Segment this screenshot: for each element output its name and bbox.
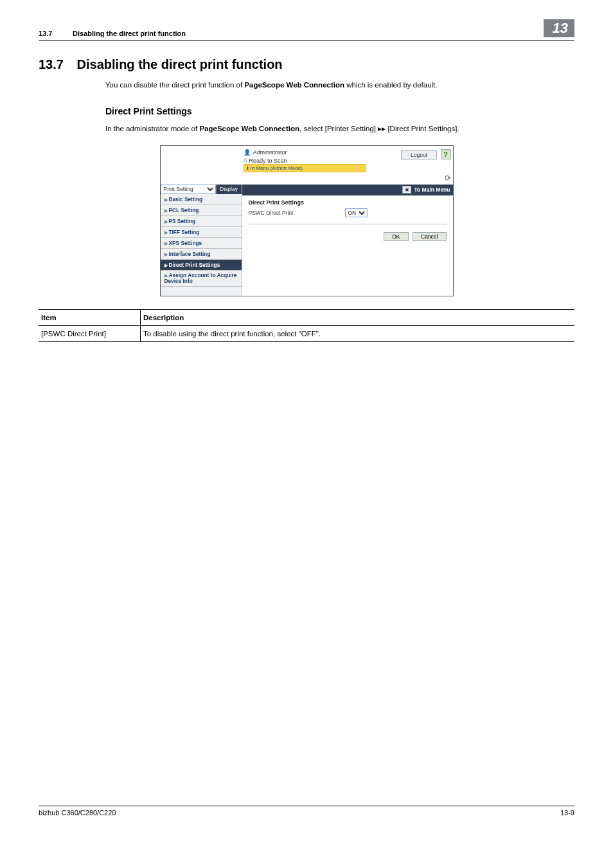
cancel-button[interactable]: Cancel bbox=[413, 232, 446, 241]
refresh-icon[interactable]: ⟳ bbox=[445, 174, 451, 183]
section-title: Disabling the direct print function bbox=[77, 57, 283, 71]
table-header-description: Description bbox=[141, 309, 575, 325]
footer-page-number: 13-9 bbox=[560, 809, 574, 817]
section-intro: You can disable the direct print functio… bbox=[105, 80, 574, 91]
mode-banner: ℹ In Menu (Admin Mode) bbox=[244, 164, 366, 172]
display-button[interactable]: Display bbox=[216, 185, 242, 194]
table-header-item: Item bbox=[39, 309, 141, 325]
app-screenshot: 👤 Administrator ⎙ Ready to Scan ℹ In Men… bbox=[160, 145, 454, 296]
scanner-icon: ⎙ bbox=[244, 158, 247, 164]
section-heading: 13.7 Disabling the direct print function bbox=[39, 57, 574, 72]
page-header: 13.7 Disabling the direct print function… bbox=[39, 19, 574, 41]
table-row-item: [PSWC Direct Print] bbox=[39, 325, 141, 341]
sidebar: Print Setting Display ▶Basic Setting ▶PC… bbox=[161, 185, 242, 296]
status-label: Ready to Scan bbox=[249, 158, 287, 164]
user-icon: 👤 bbox=[244, 149, 251, 156]
header-section-title: Disabling the direct print function bbox=[73, 30, 186, 37]
main-menu-icon[interactable]: ▣ bbox=[402, 186, 411, 194]
to-main-menu-link[interactable]: To Main Menu bbox=[414, 186, 450, 193]
pswc-direct-print-select[interactable]: ON bbox=[345, 208, 368, 217]
footer-model: bizhub C360/C280/C220 bbox=[39, 809, 116, 817]
sidebar-item-basic-setting[interactable]: ▶Basic Setting bbox=[161, 194, 242, 205]
pswc-direct-print-label: PSWC Direct Print bbox=[249, 210, 345, 216]
section-number: 13.7 bbox=[39, 57, 73, 72]
subsection-line: In the administrator mode of PageScope W… bbox=[105, 123, 574, 134]
chapter-badge: 13 bbox=[544, 19, 574, 37]
info-icon: ℹ bbox=[247, 165, 249, 171]
logout-button[interactable]: Logout bbox=[401, 150, 437, 159]
sidebar-category-select[interactable]: Print Setting bbox=[161, 185, 216, 194]
user-label: Administrator bbox=[253, 149, 287, 156]
page-footer: bizhub C360/C280/C220 13-9 bbox=[39, 806, 574, 817]
content-pane: ▣ To Main Menu Direct Print Settings PSW… bbox=[242, 185, 453, 296]
header-section-number: 13.7 bbox=[39, 30, 71, 37]
sidebar-item-xps-settings[interactable]: ▶XPS Settings bbox=[161, 238, 242, 249]
sidebar-item-assign-account[interactable]: ▶Assign Account to Acquire Device Info bbox=[161, 271, 242, 287]
sidebar-item-ps-setting[interactable]: ▶PS Setting bbox=[161, 216, 242, 227]
sidebar-item-direct-print-settings[interactable]: ▶Direct Print Settings bbox=[161, 260, 242, 271]
sidebar-item-pcl-setting[interactable]: ▶PCL Setting bbox=[161, 205, 242, 216]
ok-button[interactable]: OK bbox=[384, 232, 408, 241]
sidebar-item-tiff-setting[interactable]: ▶TIFF Setting bbox=[161, 227, 242, 238]
help-icon[interactable]: ? bbox=[441, 149, 451, 159]
subsection-heading: Direct Print Settings bbox=[105, 106, 574, 116]
panel-title: Direct Print Settings bbox=[249, 199, 447, 206]
description-table: Item Description [PSWC Direct Print] To … bbox=[39, 309, 574, 342]
table-row-description: To disable using the direct print functi… bbox=[141, 325, 575, 341]
sidebar-item-interface-setting[interactable]: ▶Interface Setting bbox=[161, 249, 242, 260]
